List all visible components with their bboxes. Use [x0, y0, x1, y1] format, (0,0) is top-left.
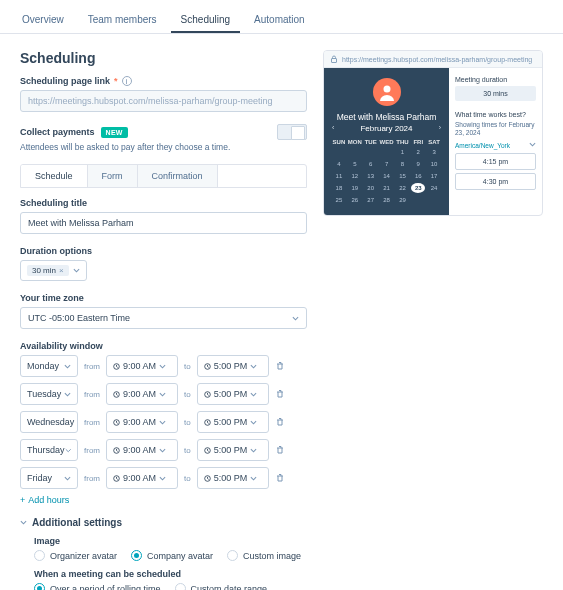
plus-icon: +: [20, 495, 25, 505]
clock-icon: [113, 363, 120, 370]
image-option[interactable]: Custom image: [227, 550, 301, 561]
tab-team-members[interactable]: Team members: [78, 8, 167, 33]
chevron-down-icon: [529, 142, 536, 147]
calendar-day[interactable]: 16: [411, 171, 425, 181]
collect-payments-toggle[interactable]: [277, 124, 307, 140]
calendar-day[interactable]: 18: [332, 183, 346, 193]
calendar-day[interactable]: 15: [396, 171, 410, 181]
radio-button[interactable]: [34, 583, 45, 590]
calendar-day[interactable]: 11: [332, 171, 346, 181]
calendar-day[interactable]: 7: [380, 159, 394, 169]
trash-icon[interactable]: [275, 361, 285, 371]
radio-button[interactable]: [175, 583, 186, 590]
calendar-day[interactable]: 22: [396, 183, 410, 193]
to-time-select[interactable]: 5:00 PM: [197, 467, 269, 489]
page-link-input[interactable]: https://meetings.hubspot.com/melissa-par…: [20, 90, 307, 112]
trash-icon[interactable]: [275, 417, 285, 427]
calendar-day[interactable]: 2: [411, 147, 425, 157]
calendar-day[interactable]: 28: [380, 195, 394, 205]
chevron-down-icon: [64, 364, 71, 369]
schedule-option[interactable]: Over a period of rolling time: [34, 583, 161, 590]
from-label: from: [84, 474, 100, 483]
calendar-day[interactable]: 27: [364, 195, 378, 205]
page-heading: Scheduling: [20, 50, 307, 66]
calendar-day[interactable]: 4: [332, 159, 346, 169]
calendar-day[interactable]: 14: [380, 171, 394, 181]
clock-icon: [204, 419, 211, 426]
from-time-select[interactable]: 9:00 AM: [106, 383, 178, 405]
duration-chip[interactable]: 30 min×: [27, 265, 69, 276]
timezone-select[interactable]: UTC -05:00 Eastern Time: [20, 307, 307, 329]
prev-month-icon[interactable]: ‹: [332, 124, 334, 131]
image-option[interactable]: Organizer avatar: [34, 550, 117, 561]
trash-icon[interactable]: [275, 389, 285, 399]
to-time-select[interactable]: 5:00 PM: [197, 383, 269, 405]
tab-scheduling[interactable]: Scheduling: [171, 8, 240, 33]
calendar-day[interactable]: 26: [348, 195, 362, 205]
page-link-label: Scheduling page link* i: [20, 76, 307, 86]
calendar-day[interactable]: 20: [364, 183, 378, 193]
trash-icon[interactable]: [275, 445, 285, 455]
chip-remove-icon[interactable]: ×: [59, 266, 64, 275]
image-option[interactable]: Company avatar: [131, 550, 213, 561]
availability-row: Tuesdayfrom9:00 AMto5:00 PM: [20, 383, 307, 405]
calendar-day[interactable]: 29: [396, 195, 410, 205]
calendar-day[interactable]: 23: [411, 183, 425, 193]
help-icon[interactable]: i: [122, 76, 132, 86]
image-label: Image: [34, 536, 307, 546]
clock-icon: [204, 447, 211, 454]
calendar-day[interactable]: 21: [380, 183, 394, 193]
chevron-down-icon: [292, 316, 299, 321]
calendar-day[interactable]: 25: [332, 195, 346, 205]
to-label: to: [184, 418, 191, 427]
time-slot[interactable]: 4:15 pm: [455, 153, 536, 170]
add-hours-link[interactable]: + Add hours: [20, 495, 307, 505]
duration-select[interactable]: 30 min×: [20, 260, 87, 281]
day-select[interactable]: Wednesday: [20, 411, 78, 433]
next-month-icon[interactable]: ›: [439, 124, 441, 131]
calendar-day[interactable]: 9: [411, 159, 425, 169]
radio-button[interactable]: [131, 550, 142, 561]
calendar-day[interactable]: 6: [364, 159, 378, 169]
to-time-select[interactable]: 5:00 PM: [197, 411, 269, 433]
preview-tz[interactable]: America/New_York: [455, 142, 536, 149]
time-slot[interactable]: 4:30 pm: [455, 173, 536, 190]
day-select[interactable]: Monday: [20, 355, 78, 377]
from-time-select[interactable]: 9:00 AM: [106, 411, 178, 433]
schedule-option[interactable]: Custom date range: [175, 583, 268, 590]
calendar-day[interactable]: 3: [427, 147, 441, 157]
calendar-dow: THU: [396, 139, 410, 145]
availability-row: Fridayfrom9:00 AMto5:00 PM: [20, 467, 307, 489]
to-time-select[interactable]: 5:00 PM: [197, 439, 269, 461]
subtab-confirmation[interactable]: Confirmation: [138, 165, 218, 187]
tab-overview[interactable]: Overview: [12, 8, 74, 33]
subtab-form[interactable]: Form: [88, 165, 138, 187]
to-time-select[interactable]: 5:00 PM: [197, 355, 269, 377]
calendar-day[interactable]: 5: [348, 159, 362, 169]
from-time-select[interactable]: 9:00 AM: [106, 439, 178, 461]
clock-icon: [204, 363, 211, 370]
day-select[interactable]: Tuesday: [20, 383, 78, 405]
availability-row: Wednesdayfrom9:00 AMto5:00 PM: [20, 411, 307, 433]
tab-automation[interactable]: Automation: [244, 8, 315, 33]
calendar-dow: FRI: [411, 139, 425, 145]
calendar-day[interactable]: 12: [348, 171, 362, 181]
chevron-down-icon: [64, 392, 71, 397]
day-select[interactable]: Friday: [20, 467, 78, 489]
calendar-day[interactable]: 13: [364, 171, 378, 181]
subtab-schedule[interactable]: Schedule: [21, 165, 88, 187]
calendar-day[interactable]: 8: [396, 159, 410, 169]
from-time-select[interactable]: 9:00 AM: [106, 467, 178, 489]
calendar-day[interactable]: 1: [396, 147, 410, 157]
calendar-day[interactable]: 24: [427, 183, 441, 193]
calendar-day[interactable]: 17: [427, 171, 441, 181]
radio-button[interactable]: [227, 550, 238, 561]
day-select[interactable]: Thursday: [20, 439, 78, 461]
trash-icon[interactable]: [275, 473, 285, 483]
calendar-day[interactable]: 19: [348, 183, 362, 193]
from-time-select[interactable]: 9:00 AM: [106, 355, 178, 377]
calendar-day[interactable]: 10: [427, 159, 441, 169]
additional-settings-header[interactable]: Additional settings: [20, 517, 307, 528]
radio-button[interactable]: [34, 550, 45, 561]
scheduling-title-input[interactable]: Meet with Melissa Parham: [20, 212, 307, 234]
